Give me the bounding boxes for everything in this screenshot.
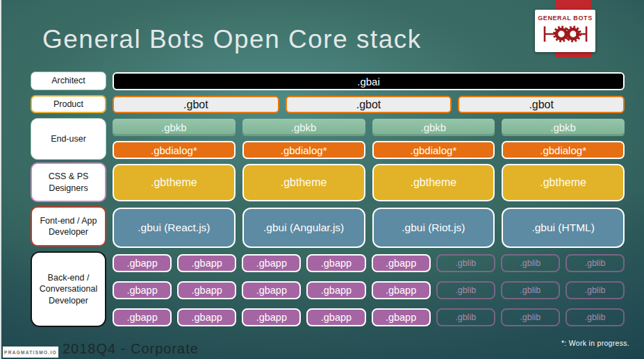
row-gbai: .gbai [113, 72, 625, 90]
gbai-block: .gbai [113, 72, 625, 90]
gbtheme-block: .gbtheme [113, 164, 236, 201]
gbapp-block: .gbapp [372, 281, 431, 299]
sidebar-label-end-user: End-user [31, 118, 106, 160]
gbdialog-block: .gbdialog* [502, 141, 625, 159]
gbtheme-block: .gbtheme [372, 164, 495, 201]
footer-caption: 2018Q4 - Corporate [63, 341, 199, 357]
sidebar-label-text: Architect [51, 75, 85, 86]
pragmatismo-badge: PRAGMATISMO.IO [3, 347, 58, 358]
gblib-block: .gblib [565, 308, 625, 326]
gbui-react-block: .gbui (React.js) [113, 208, 236, 248]
sidebar-label-text: CSS & PS Designers [37, 171, 100, 194]
gbapp-block: .gbapp [306, 308, 365, 326]
gbapp-block: .gbapp [177, 254, 236, 272]
sidebar-label-backend-conversational-developer: Back-end / Conversational Developer [31, 251, 106, 327]
gblib-block: .gblib [565, 254, 625, 272]
general-bots-logo: GENERAL BOTS [535, 10, 595, 52]
gbdialog-block: .gbdialog* [113, 141, 236, 159]
gblib-block: .gblib [501, 281, 560, 299]
sidebar-label-product: Product [31, 95, 106, 113]
gblib-block: .gblib [436, 254, 495, 272]
gbdialog-block: .gbdialog* [242, 141, 365, 159]
gbot-block: .gbot [113, 96, 279, 113]
gbtheme-block: .gbtheme [502, 164, 625, 201]
gbapp-block: .gbapp [113, 281, 172, 299]
gbapp-block: .gbapp [372, 308, 431, 326]
row-apps-1: .gbapp .gbapp .gbapp .gbapp .gbapp .gbli… [113, 254, 625, 272]
row-gbdialog: .gbdialog* .gbdialog* .gbdialog* .gbdial… [113, 141, 625, 159]
sidebar-label-frontend-app-developer: Font-end / App Developer [31, 206, 106, 247]
logo-brand-text: GENERAL BOTS [538, 15, 593, 22]
gbkb-block: .gbkb [502, 119, 625, 136]
gears-icon [540, 22, 591, 46]
work-in-progress-note: *: Work in progress. [561, 339, 629, 347]
gbkb-block: .gbkb [113, 119, 236, 136]
gbkb-block: .gbkb [372, 119, 495, 136]
sidebar-label-text: Font-end / App Developer [37, 215, 100, 238]
sidebar-label-text: Back-end / Conversational Developer [37, 272, 100, 306]
gbkb-block: .gbkb [242, 119, 365, 136]
gbapp-block: .gbapp [242, 308, 301, 326]
gbtheme-block: .gbtheme [242, 164, 365, 201]
gblib-block: .gblib [436, 281, 495, 299]
gblib-block: .gblib [565, 281, 625, 299]
row-gbot: .gbot .gbot .gbot [113, 96, 625, 113]
row-apps-3: .gbapp .gbapp .gbapp .gbapp .gbapp .gbli… [113, 308, 625, 326]
sidebar-label-architect: Architect [31, 72, 106, 90]
gbapp-block: .gbapp [177, 308, 236, 326]
gbot-block: .gbot [286, 96, 452, 113]
gbapp-block: .gbapp [242, 281, 301, 299]
gbui-html-block: .gbui (HTML) [502, 208, 625, 248]
gbapp-block: .gbapp [306, 254, 365, 272]
gbdialog-block: .gbdialog* [372, 141, 495, 159]
gbapp-block: .gbapp [242, 254, 301, 272]
gbapp-block: .gbapp [113, 254, 172, 272]
gbapp-block: .gbapp [113, 308, 172, 326]
row-gbtheme: .gbtheme .gbtheme .gbtheme .gbtheme [113, 164, 625, 201]
sidebar-label-text: Product [53, 99, 83, 110]
gblib-block: .gblib [501, 254, 560, 272]
gbapp-block: .gbapp [177, 281, 236, 299]
gbapp-block: .gbapp [372, 254, 431, 272]
row-apps-2: .gbapp .gbapp .gbapp .gbapp .gbapp .gbli… [113, 281, 625, 299]
sidebar-label-css-ps-designers: CSS & PS Designers [31, 162, 106, 202]
gbui-angular-block: .gbui (Angular.js) [242, 208, 365, 248]
slide: General Bots Open Core stack GENERAL BOT… [0, 0, 644, 359]
row-gbkb: .gbkb .gbkb .gbkb .gbkb [113, 119, 625, 136]
row-gbui: .gbui (React.js) .gbui (Angular.js) .gbu… [113, 208, 625, 248]
gblib-block: .gblib [501, 308, 560, 326]
gbapp-block: .gbapp [306, 281, 365, 299]
gbui-riot-block: .gbui (Riot.js) [372, 208, 495, 248]
gbot-block: .gbot [458, 96, 625, 113]
sidebar-label-text: End-user [51, 133, 86, 144]
page-title: General Bots Open Core stack [42, 25, 422, 54]
gblib-block: .gblib [436, 308, 495, 326]
